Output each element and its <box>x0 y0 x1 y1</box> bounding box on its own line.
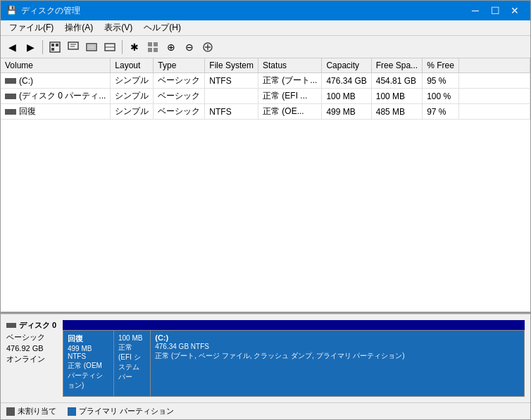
disk-name: ディスク 0 <box>6 320 58 331</box>
toolbar-btn-4[interactable] <box>65 39 82 56</box>
cell-status: 正常 (OE... <box>258 104 322 120</box>
col-type[interactable]: Type <box>154 58 205 73</box>
disk-name-icon <box>6 323 16 328</box>
disk-status: オンライン <box>6 354 58 364</box>
cell-freespace: 100 MB <box>371 89 422 104</box>
legend-primary-label: プライマリ パーティション <box>79 406 174 416</box>
svg-rect-13 <box>148 48 152 52</box>
disk-table-panel: Volume Layout Type File System Status Ca… <box>1 58 530 314</box>
partition-oem-title: 回復 <box>68 333 109 344</box>
back-button[interactable]: ◀ <box>4 39 20 56</box>
cell-type: ベーシック <box>154 104 205 120</box>
legend-primary: プライマリ パーティション <box>68 406 174 416</box>
svg-rect-11 <box>148 42 152 46</box>
cell-layout: シンプル <box>111 73 154 89</box>
partition-primary-line2: 正常 (ブート, ページ ファイル, クラッシュ ダンプ, プライマリ パーティ… <box>155 351 520 361</box>
svg-rect-1 <box>51 44 54 46</box>
cell-freespace: 485 MB <box>371 104 422 120</box>
svg-rect-2 <box>56 44 58 46</box>
menu-action[interactable]: 操作(A) <box>59 20 99 35</box>
toolbar-btn-3[interactable] <box>46 39 63 56</box>
disk-size: 476.92 GB <box>6 344 58 352</box>
partition-efi-line2: 正常 (EFI システム パー <box>118 343 146 382</box>
cell-volume: 回復 <box>1 104 111 120</box>
toolbar: ◀ ▶ ✱ ⊕ ⊖ <box>1 36 530 58</box>
menu-view[interactable]: 表示(V) <box>99 20 138 35</box>
menu-help[interactable]: ヘルプ(H) <box>138 20 187 35</box>
col-extra <box>458 58 530 73</box>
cell-fs: NTFS <box>205 104 258 120</box>
col-freespace[interactable]: Free Spa... <box>371 58 422 73</box>
table-row[interactable]: (ディスク 0 パーティ... シンプル ベーシック 正常 (EFI ... 1… <box>1 89 530 104</box>
title-bar-left: 💾 ディスクの管理 <box>6 5 80 17</box>
disk-icon <box>5 78 16 84</box>
toolbar-btn-10[interactable]: ⊖ <box>181 39 198 56</box>
cell-type: ベーシック <box>154 73 205 89</box>
forward-button[interactable]: ▶ <box>22 39 39 56</box>
main-content: Volume Layout Type File System Status Ca… <box>1 58 530 419</box>
toolbar-sep-1 <box>42 40 43 54</box>
legend-box-primary <box>68 407 76 416</box>
partition-efi-line1: 100 MB <box>118 334 146 342</box>
svg-rect-12 <box>154 42 158 46</box>
col-volume[interactable]: Volume <box>1 58 111 73</box>
partition-primary[interactable]: (C:) 476.34 GB NTFS 正常 (ブート, ページ ファイル, ク… <box>151 331 524 396</box>
partition-primary-line1: 476.34 GB NTFS <box>155 343 520 350</box>
disk-partitions: 回復 499 MB NTFS 正常 (OEM パーティション) 100 MB 正… <box>63 330 525 397</box>
toolbar-btn-7[interactable]: ✱ <box>126 39 143 56</box>
table-row[interactable]: 回復 シンプル ベーシック NTFS 正常 (OE... 499 MB 485 … <box>1 104 530 120</box>
cell-volume: (ディスク 0 パーティ... <box>1 89 111 104</box>
partition-efi[interactable]: 100 MB 正常 (EFI システム パー <box>114 331 151 396</box>
title-bar-controls: ─ ☐ ✕ <box>466 1 525 20</box>
partition-oem[interactable]: 回復 499 MB NTFS 正常 (OEM パーティション) <box>63 331 114 396</box>
cell-status: 正常 (EFI ... <box>258 89 322 104</box>
toolbar-sep-2 <box>122 40 123 54</box>
partition-oem-line1: 499 MB NTFS <box>68 345 109 360</box>
cell-layout: シンプル <box>111 104 154 120</box>
col-status[interactable]: Status <box>258 58 322 73</box>
table-row[interactable]: (C:) シンプル ベーシック NTFS 正常 (ブート... 476.34 G… <box>1 73 530 89</box>
col-layout[interactable]: Layout <box>111 58 154 73</box>
toolbar-btn-11[interactable] <box>199 39 216 56</box>
disk-map-panel: ディスク 0 ベーシック 476.92 GB オンライン 回復 499 MB N… <box>1 314 530 419</box>
legend-unallocated-label: 未割り当て <box>18 406 56 416</box>
window-title: ディスクの管理 <box>21 5 80 17</box>
svg-rect-8 <box>88 45 95 49</box>
toolbar-btn-8[interactable] <box>144 39 161 56</box>
restore-button[interactable]: ☐ <box>485 1 505 20</box>
disk-type: ベーシック <box>6 332 58 343</box>
minimize-button[interactable]: ─ <box>466 1 485 20</box>
disk-header-bar <box>63 320 525 330</box>
cell-volume: (C:) <box>1 73 111 89</box>
legend-box-unallocated <box>6 407 15 416</box>
col-filesystem[interactable]: File System <box>205 58 258 73</box>
cell-freespace: 454.81 GB <box>371 73 422 89</box>
cell-status: 正常 (ブート... <box>258 73 322 89</box>
menu-bar: ファイル(F) 操作(A) 表示(V) ヘルプ(H) <box>1 20 530 36</box>
close-button[interactable]: ✕ <box>505 1 525 20</box>
cell-layout: シンプル <box>111 89 154 104</box>
toolbar-btn-6[interactable] <box>101 39 118 56</box>
cell-fs: NTFS <box>205 73 258 89</box>
partition-primary-title: (C:) <box>155 333 520 342</box>
cell-percentfree: 97 % <box>423 104 459 120</box>
cell-type: ベーシック <box>154 89 205 104</box>
disk-label: ディスク 0 ベーシック 476.92 GB オンライン <box>6 320 63 397</box>
disk-table: Volume Layout Type File System Status Ca… <box>1 58 530 120</box>
window-icon: 💾 <box>6 6 17 15</box>
cell-percentfree: 100 % <box>423 89 459 104</box>
status-bar: 未割り当て プライマリ パーティション <box>1 402 530 419</box>
toolbar-btn-9[interactable]: ⊕ <box>163 39 180 56</box>
svg-rect-4 <box>68 42 78 49</box>
col-capacity[interactable]: Capacity <box>322 58 371 73</box>
menu-file[interactable]: ファイル(F) <box>4 20 59 35</box>
cell-percentfree: 95 % <box>423 73 459 89</box>
window: 💾 ディスクの管理 ─ ☐ ✕ ファイル(F) 操作(A) 表示(V) ヘルプ(… <box>0 0 531 420</box>
cell-capacity: 499 MB <box>322 104 371 120</box>
disk-icon <box>5 94 16 99</box>
disk-segments: 回復 499 MB NTFS 正常 (OEM パーティション) 100 MB 正… <box>63 320 525 397</box>
col-percentfree[interactable]: % Free <box>423 58 459 73</box>
toolbar-btn-5[interactable] <box>83 39 100 56</box>
disk-map-area: ディスク 0 ベーシック 476.92 GB オンライン 回復 499 MB N… <box>1 314 530 402</box>
svg-rect-14 <box>154 48 158 52</box>
